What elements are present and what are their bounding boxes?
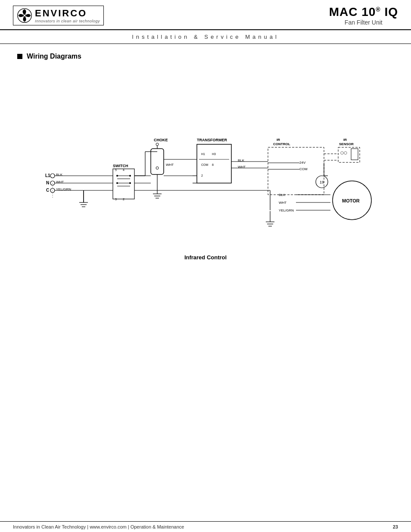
svg-text:L1: L1 <box>45 173 50 178</box>
logo-name: ENVIRCO <box>35 8 100 19</box>
svg-rect-19 <box>113 169 134 199</box>
svg-point-27 <box>129 182 131 184</box>
svg-text:IR: IR <box>277 138 280 142</box>
svg-text:19: 19 <box>320 180 324 184</box>
footer-left-text: Innovators in Clean Air Technology | www… <box>13 524 184 529</box>
svg-point-24 <box>116 175 118 177</box>
svg-text:YEL/GRN: YEL/GRN <box>56 187 71 191</box>
svg-point-1 <box>23 14 25 16</box>
svg-text:WHT: WHT <box>238 165 246 169</box>
wiring-diagram-container: L1 N C BLK WHT YEL/GRN SWITCH <box>29 69 382 250</box>
svg-text:IR: IR <box>343 138 347 142</box>
svg-text:2: 2 <box>123 198 125 201</box>
svg-point-33 <box>156 143 159 146</box>
svg-text:BLK: BLK <box>279 193 286 197</box>
logo-tagline: Innovators in clean air technology <box>35 19 100 23</box>
svg-text:SENSOR: SENSOR <box>339 142 354 146</box>
svg-point-37 <box>156 167 159 169</box>
svg-text:WHT: WHT <box>166 163 174 167</box>
footer-page-number: 23 <box>393 524 398 529</box>
svg-text:5: 5 <box>115 168 117 171</box>
svg-text:C: C <box>46 188 49 193</box>
title-area: MAC 10® IQ Fan Filter Unit <box>329 5 398 26</box>
svg-rect-34 <box>151 149 164 174</box>
svg-text:N: N <box>46 180 49 185</box>
svg-text:TRANSFORMER: TRANSFORMER <box>197 138 227 142</box>
svg-text:BLK: BLK <box>56 173 63 177</box>
svg-text:4: 4 <box>123 168 125 171</box>
svg-text:BLK: BLK <box>238 159 245 162</box>
main-content: Wiring Diagrams L1 N C BLK WHT YEL/GRN <box>0 44 411 278</box>
svg-text:⬡⬡: ⬡⬡ <box>340 151 347 155</box>
svg-text:8: 8 <box>212 163 214 166</box>
manual-subtitle-banner: Installation & Service Manual <box>0 30 411 44</box>
svg-text:WHT: WHT <box>279 201 286 205</box>
svg-text:WHT: WHT <box>56 180 64 184</box>
wiring-diagram-svg: L1 N C BLK WHT YEL/GRN SWITCH <box>29 69 382 250</box>
svg-text:3: 3 <box>115 198 117 201</box>
svg-point-25 <box>129 175 131 177</box>
diagram-area: L1 N C BLK WHT YEL/GRN SWITCH <box>17 69 394 261</box>
page-header: ENVIRCO Innovators in clean air technolo… <box>0 0 411 30</box>
section-bullet-icon <box>17 54 22 59</box>
svg-text:24V: 24V <box>299 161 306 165</box>
svg-text:SWITCH: SWITCH <box>113 164 128 168</box>
svg-text:COM: COM <box>299 167 308 171</box>
svg-text:H1: H1 <box>201 152 205 156</box>
section-title: Wiring Diagrams <box>27 53 81 60</box>
logo-area: ENVIRCO Innovators in clean air technolo… <box>13 6 104 25</box>
svg-text:CONTROL: CONTROL <box>273 142 290 146</box>
envirco-logo-icon <box>17 8 32 23</box>
product-title: MAC 10® IQ <box>329 5 398 19</box>
svg-text:H3: H3 <box>212 152 216 156</box>
svg-point-26 <box>116 182 118 184</box>
page-footer: Innovators in Clean Air Technology | www… <box>0 521 411 532</box>
svg-text:MOTOR: MOTOR <box>342 198 360 203</box>
svg-point-2 <box>50 174 55 178</box>
diagram-caption: Infrared Control <box>184 254 227 261</box>
section-header: Wiring Diagrams <box>17 53 394 60</box>
logo-box: ENVIRCO Innovators in clean air technolo… <box>13 6 104 25</box>
svg-text:2: 2 <box>201 174 203 177</box>
logo-text-area: ENVIRCO Innovators in clean air technolo… <box>35 8 100 23</box>
svg-text:CHOKE: CHOKE <box>154 138 168 142</box>
svg-rect-60 <box>268 147 324 195</box>
svg-rect-71 <box>351 149 358 160</box>
svg-text:YEL/GRN: YEL/GRN <box>279 208 294 212</box>
svg-text:COM: COM <box>201 163 209 166</box>
product-subtitle: Fan Filter Unit <box>329 19 398 26</box>
